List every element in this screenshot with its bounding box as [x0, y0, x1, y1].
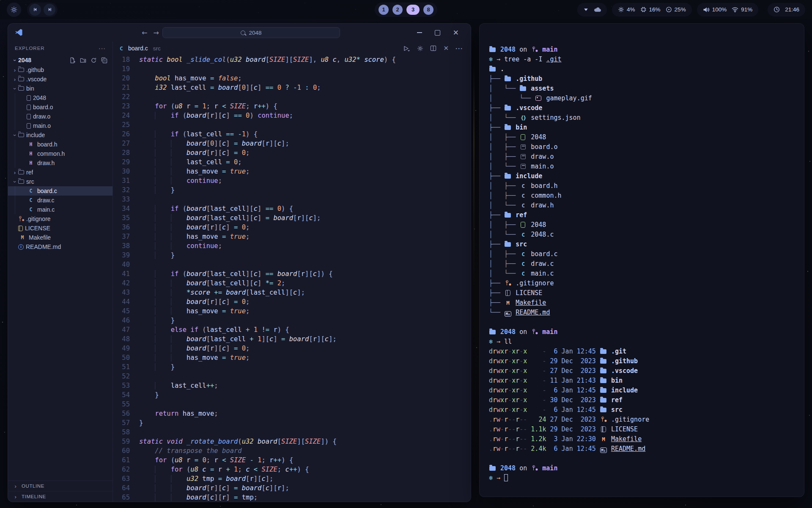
code-line[interactable]: 63 u32 tmp = board[r][c]; — [113, 474, 471, 483]
code-line[interactable]: 64 board[r][c] = board[c][r]; — [113, 483, 471, 493]
explorer-item-draw.o[interactable]: ›draw.o — [8, 112, 112, 121]
new-folder-button[interactable] — [80, 57, 86, 64]
code-line[interactable]: 40 — [113, 260, 471, 269]
system-stats-widget[interactable]: 4% 16% 25% — [612, 3, 692, 17]
code-line[interactable]: 18static bool _slide_col(u32 board[SIZE]… — [113, 55, 471, 64]
code-line[interactable]: 65 board[c][r] = tmp; — [113, 493, 471, 502]
media-prev-button[interactable] — [29, 4, 41, 16]
minimize-button[interactable] — [417, 32, 422, 33]
close-editor-button[interactable]: ✕ — [443, 44, 449, 52]
refresh-button[interactable] — [91, 57, 97, 64]
explorer-more-icon[interactable]: ··· — [99, 45, 106, 52]
code-line[interactable]: 54 } — [113, 390, 471, 400]
explorer-item-board.h[interactable]: ›Hboard.h — [8, 140, 112, 149]
code-line[interactable]: 53 last_cell++; — [113, 381, 471, 390]
settings-gear-button[interactable] — [417, 45, 423, 52]
code-line[interactable]: 30 has_move = true; — [113, 167, 471, 176]
explorer-item-main.o[interactable]: ›main.o — [8, 121, 112, 130]
nav-forward-button[interactable]: → — [153, 29, 159, 37]
code-line[interactable]: 35 board[last_cell][c] = board[r][c]; — [113, 213, 471, 223]
code-line[interactable]: 56 return has_move; — [113, 409, 471, 418]
run-button[interactable] — [403, 45, 410, 52]
close-button[interactable]: ✕ — [453, 28, 459, 37]
explorer-item-ref[interactable]: ›ref — [8, 168, 112, 177]
code-line[interactable]: 21 i32 last_cell = board[0][c] == 0 ? -1… — [113, 83, 471, 92]
code-line[interactable]: 44 board[r][c] = 0; — [113, 297, 471, 306]
code-line[interactable]: 33 — [113, 195, 471, 204]
code-line[interactable]: 62 for (u8 c = r + 1; c < SIZE; c++) { — [113, 465, 471, 474]
code-line[interactable]: 45 has_move = true; — [113, 306, 471, 316]
code-area[interactable]: 18static bool _slide_col(u32 board[SIZE]… — [113, 55, 471, 502]
code-line[interactable]: 37 has_move = true; — [113, 232, 471, 241]
code-line[interactable]: 58 — [113, 428, 471, 437]
code-line[interactable]: 47 else if (last_cell + 1 != r) { — [113, 325, 471, 334]
explorer-item-bin[interactable]: ›bin — [8, 84, 112, 93]
code-line[interactable]: 49 board[r][c] = 0; — [113, 344, 471, 353]
explorer-item-LICENSE[interactable]: ›LICENSE — [8, 224, 112, 233]
code-line[interactable]: 39 } — [113, 251, 471, 260]
code-line[interactable]: 42 board[last_cell][c] *= 2; — [113, 279, 471, 288]
code-line[interactable]: 24 if (board[r][c] == 0) continue; — [113, 111, 471, 120]
explorer-item-main.c[interactable]: ›Cmain.c — [8, 205, 112, 214]
code-line[interactable]: 61 for (u8 r = 0; r < SIZE - 1; r++) { — [113, 456, 471, 465]
code-line[interactable]: 28 board[r][c] = 0; — [113, 148, 471, 157]
explorer-item-README.md[interactable]: ›iREADME.md — [8, 242, 112, 251]
code-line[interactable]: 32 } — [113, 185, 471, 195]
code-line[interactable]: 48 board[last_cell + 1][c] = board[r][c]… — [113, 334, 471, 344]
explorer-item-include[interactable]: ›include — [8, 130, 112, 140]
launcher-button[interactable] — [7, 3, 21, 17]
explorer-item-.gitignore[interactable]: ›.gitignore — [8, 214, 112, 224]
code-line[interactable]: 19 — [113, 64, 471, 74]
code-line[interactable]: 27 board[0][c] = board[r][c]; — [113, 139, 471, 148]
workspace-button-3[interactable]: 3 — [406, 5, 420, 15]
code-line[interactable]: 34 if (board[last_cell][c] == 0) { — [113, 204, 471, 213]
workspace-button-8[interactable]: 8 — [423, 5, 433, 15]
code-line[interactable]: 60 // transpose the board — [113, 446, 471, 456]
workspace-button-1[interactable]: 1 — [379, 5, 389, 15]
nav-back-button[interactable]: ← — [142, 29, 147, 37]
code-line[interactable]: 51 } — [113, 362, 471, 372]
clock-widget[interactable]: 21:46 — [768, 3, 805, 17]
code-line[interactable]: 29 last_cell = 0; — [113, 157, 471, 167]
tab-board-c[interactable]: board.c — [128, 45, 148, 52]
code-line[interactable]: 36 board[r][c] = 0; — [113, 223, 471, 232]
explorer-item-src[interactable]: ›src — [8, 177, 112, 186]
explorer-item-board.o[interactable]: ›board.o — [8, 102, 112, 112]
code-line[interactable]: 57} — [113, 418, 471, 428]
code-line[interactable]: 38 continue; — [113, 241, 471, 251]
audio-network-widget[interactable]: 100% 91% — [697, 3, 759, 17]
code-line[interactable]: 20 bool has_move = false; — [113, 74, 471, 83]
command-center-search[interactable]: 2048 — [162, 27, 340, 38]
code-line[interactable]: 55 — [113, 400, 471, 409]
explorer-item-.vscode[interactable]: ›.vscode — [8, 75, 112, 84]
workspace-button-2[interactable]: 2 — [392, 5, 403, 15]
weather-widget[interactable] — [577, 3, 607, 17]
more-actions-button[interactable]: ··· — [455, 45, 463, 52]
explorer-item-.github[interactable]: ›.github — [8, 65, 112, 75]
maximize-button[interactable] — [435, 30, 440, 36]
project-root-row[interactable]: › 2048 — [8, 55, 112, 65]
code-line[interactable]: 50 has_move = true; — [113, 353, 471, 362]
code-line[interactable]: 59static void _rotate_board(u32 board[SI… — [113, 437, 471, 446]
code-line[interactable]: 41 if (board[last_cell][c] == board[r][c… — [113, 269, 471, 279]
split-editor-button[interactable] — [430, 45, 436, 51]
code-line[interactable]: 31 continue; — [113, 176, 471, 185]
code-line[interactable]: 25 — [113, 120, 471, 130]
explorer-item-draw.c[interactable]: ›Cdraw.c — [8, 196, 112, 205]
outline-panel-header[interactable]: › OUTLINE — [8, 481, 112, 491]
explorer-item-board.c[interactable]: ›Cboard.c — [8, 186, 112, 196]
code-line[interactable]: 22 — [113, 92, 471, 102]
terminal-content[interactable]: 2048 on main❄ → tree -a -I .git .├── .gi… — [480, 24, 804, 490]
timeline-panel-header[interactable]: › TIMELINE — [8, 491, 112, 502]
code-line[interactable]: 26 if (last_cell == -1) { — [113, 130, 471, 139]
code-line[interactable]: 43 *score += board[last_cell][c]; — [113, 288, 471, 297]
explorer-item-common.h[interactable]: ›Hcommon.h — [8, 149, 112, 158]
new-file-button[interactable] — [69, 57, 76, 64]
editor-titlebar[interactable]: ← → 2048 ✕ — [8, 24, 471, 41]
code-line[interactable]: 23 for (u8 r = 1; r < SIZE; r++) { — [113, 102, 471, 111]
code-line[interactable]: 52 — [113, 372, 471, 381]
explorer-item-2048[interactable]: ›2048 — [8, 93, 112, 102]
explorer-item-draw.h[interactable]: ›Hdraw.h — [8, 158, 112, 168]
media-next-button[interactable] — [44, 4, 55, 16]
explorer-item-Makefile[interactable]: ›MMakefile — [8, 233, 112, 242]
